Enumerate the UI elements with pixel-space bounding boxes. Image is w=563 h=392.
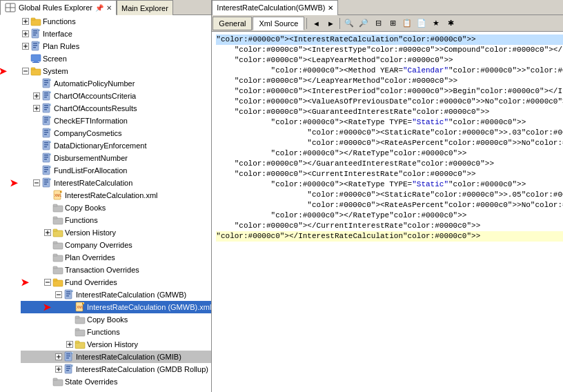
svg-rect-157 <box>53 380 63 386</box>
label-interface: Interface <box>43 30 72 38</box>
svg-rect-153 <box>66 368 70 369</box>
tab-irc-gmwb[interactable]: InterestRateCalculation(GMWB) ✕ <box>212 0 338 15</box>
xml-line-7: "color:#0000c0"><GuaranteedInterestRate"… <box>216 107 563 117</box>
xml-line-5: "color:#0000c0"><InterestPeriod"color:#0… <box>216 86 563 97</box>
tree-item-irc-xml[interactable]: XMLInterestRateCalculation.xml <box>21 189 211 202</box>
tree-item-irc-gmwb-node[interactable]: InterestRateCalculation (GMWB) <box>21 288 211 301</box>
label-plan-overrides: Plan Overrides <box>65 253 115 262</box>
xml-line-0: "color:#0000c0"><InterestRateCalculation… <box>216 35 563 45</box>
tree-item-irc-gmwb-xml[interactable]: ➤XMLInterestRateCalculation (GMWB).xml <box>21 301 211 313</box>
extra-button-1[interactable]: ★ <box>429 17 443 30</box>
svg-rect-65 <box>44 132 48 133</box>
label-fund-list: FundListForAllocation <box>54 166 127 175</box>
label-functions1: Functions <box>65 216 98 224</box>
expand-irc-gmwb-node[interactable] <box>54 290 63 300</box>
tab-global-rules[interactable]: Global Rules Explorer 📌 ✕ <box>0 0 117 15</box>
svg-rect-132 <box>75 330 85 336</box>
subtab-general[interactable]: General <box>213 17 252 30</box>
nav-forward-button[interactable]: ► <box>324 17 337 30</box>
label-version-history2: Version History <box>87 340 138 349</box>
tree-item-copy-books1[interactable]: Copy Books <box>21 202 211 214</box>
expand-system[interactable] <box>21 66 30 76</box>
label-copy-books2: Copy Books <box>87 315 128 324</box>
expand-plan-rules[interactable] <box>21 41 30 51</box>
tree-item-interface[interactable]: Interface <box>21 28 211 40</box>
search-button[interactable]: 🔍 <box>342 17 356 30</box>
extra-button-2[interactable]: ✱ <box>444 17 457 30</box>
tree-item-system[interactable]: ➤System <box>21 65 211 77</box>
expand-irc-gmib[interactable] <box>54 352 63 362</box>
zoom-in-button[interactable]: 🔎 <box>357 17 371 30</box>
label-irc-gmdb: InterestRateCalculation (GMDB Rollup) <box>76 365 208 373</box>
copy-button[interactable]: 📋 <box>400 17 414 30</box>
svg-rect-52 <box>44 105 48 106</box>
subtab-xml-source[interactable]: Xml Source <box>253 17 304 30</box>
subtab-xml-source-label: Xml Source <box>259 19 298 28</box>
xml-line-15: "color:#0000c0"><StaticRate"color:#0000c… <box>216 190 563 200</box>
svg-rect-26 <box>31 55 41 61</box>
xml-content-area[interactable]: "color:#0000c0"><InterestRateCalculation… <box>212 32 563 392</box>
expand-functions-top[interactable] <box>21 17 30 26</box>
expand-fund-overrides[interactable] <box>43 277 52 287</box>
icon-fund-overrides <box>52 277 63 288</box>
label-copy-books1: Copy Books <box>65 204 106 212</box>
svg-rect-66 <box>44 134 47 135</box>
tab-global-rules-close[interactable]: ✕ <box>106 4 112 12</box>
collapse-all-button[interactable]: ⊟ <box>371 17 385 30</box>
tree-item-check-eft[interactable]: CheckEFTInformation <box>21 115 211 127</box>
svg-rect-154 <box>66 370 69 371</box>
svg-rect-108 <box>53 243 63 249</box>
svg-rect-90 <box>44 179 48 181</box>
tree-item-company-overrides[interactable]: Company Overrides <box>21 239 211 251</box>
svg-rect-23 <box>33 47 36 48</box>
svg-rect-76 <box>44 155 48 156</box>
tree-item-data-dict[interactable]: DataDictionaryEnforcement <box>21 139 211 152</box>
tab-irc-gmwb-close[interactable]: ✕ <box>328 4 333 12</box>
label-plan-rules: Plan Rules <box>43 42 79 50</box>
tree-item-irc-gmib[interactable]: InterestRateCalculation (GMIB) <box>21 351 211 363</box>
tree-item-copy-books2[interactable]: Copy Books <box>21 313 211 326</box>
label-irc-gmwb-node: InterestRateCalculation (GMWB) <box>76 291 186 299</box>
svg-rect-113 <box>53 266 57 268</box>
expand-interface[interactable] <box>21 29 30 39</box>
tab-main-explorer[interactable]: Main Explorer <box>117 0 173 15</box>
tree-item-company-cosmetics[interactable]: CompanyCosmetics <box>21 127 211 139</box>
right-panel: InterestRateCalculation(GMWB) ✕ General … <box>212 0 563 392</box>
tree-item-functions2[interactable]: Functions <box>21 326 211 338</box>
tree-item-plan-overrides[interactable]: Plan Overrides <box>21 251 211 264</box>
tree-item-state-overrides[interactable]: State Overrides <box>21 375 211 388</box>
svg-rect-44 <box>44 95 48 96</box>
tree-item-irc-main[interactable]: ➤InterestRateCalculation <box>21 177 211 189</box>
tree-area[interactable]: FunctionsInterfacePlan RulesScreen➤Syste… <box>0 15 211 392</box>
nav-back-button[interactable]: ◄ <box>309 17 323 30</box>
tree-item-fund-overrides[interactable]: ➤Fund Overrides <box>21 276 211 288</box>
arrow-container <box>1 15 21 392</box>
expand-irc-gmdb[interactable] <box>54 364 63 374</box>
svg-rect-72 <box>44 146 47 148</box>
tree-item-screen[interactable]: Screen <box>21 52 211 65</box>
expand-version-history2[interactable] <box>65 340 75 349</box>
expand-chart-criteria[interactable] <box>32 91 41 101</box>
tree-item-transaction-overrides[interactable]: Transaction Overrides <box>21 264 211 276</box>
xml-line-17: "color:#0000c0"></RateType"color:#0000c0… <box>216 210 563 221</box>
tree-item-version-history2[interactable]: Version History <box>21 338 211 351</box>
tree-item-fund-list[interactable]: FundListForAllocation <box>21 164 211 177</box>
expand-button[interactable]: ⊞ <box>386 17 399 30</box>
tree-item-chart-results[interactable]: ChartOfAccountsResults <box>21 102 211 115</box>
paste-button[interactable]: 📄 <box>415 17 428 30</box>
svg-rect-158 <box>53 378 57 380</box>
tree-item-plan-rules[interactable]: Plan Rules <box>21 40 211 52</box>
tree-item-functions1[interactable]: Functions <box>21 214 211 226</box>
tree-item-chart-criteria[interactable]: ChartOfAccountsCriteria <box>21 90 211 102</box>
expand-chart-results[interactable] <box>32 104 41 113</box>
xml-line-1: "color:#0000c0"><InterestType"color:#000… <box>216 45 563 55</box>
tree-item-disbursement[interactable]: DisbursementNumber <box>21 152 211 164</box>
expand-version-history1[interactable] <box>43 228 52 237</box>
tree-item-version-history1[interactable]: Version History <box>21 226 211 239</box>
svg-rect-12 <box>33 30 37 32</box>
left-panel: Global Rules Explorer 📌 ✕ Main Explorer … <box>0 0 212 392</box>
expand-irc-main[interactable] <box>32 178 41 188</box>
tree-item-functions-top[interactable]: Functions <box>21 15 211 28</box>
tree-item-auto-policy[interactable]: AutomaticPolicyNumber <box>21 77 211 90</box>
tree-item-irc-gmdb[interactable]: InterestRateCalculation (GMDB Rollup) <box>21 363 211 375</box>
